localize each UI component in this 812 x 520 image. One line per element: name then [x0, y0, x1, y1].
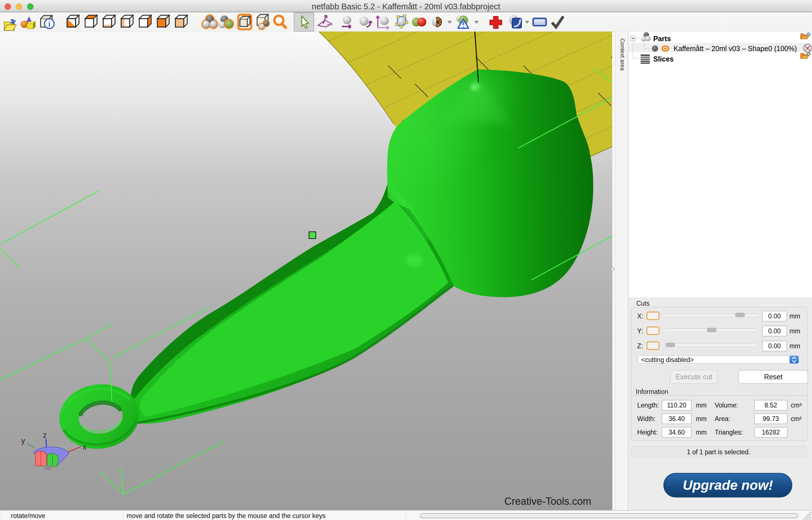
svg-text:Slices: Slices [653, 55, 674, 63]
svg-text:y: y [21, 437, 25, 445]
svg-text:Parts: Parts [653, 35, 671, 43]
svg-text:z: z [43, 431, 47, 439]
svg-text:Kaffemått – 20ml v03 – Shape0: Kaffemått – 20ml v03 – Shape0 (100%) [674, 45, 797, 52]
svg-text:Creative-Tools.com: Creative-Tools.com [504, 495, 591, 507]
svg-text:x: x [83, 443, 86, 451]
svg-text:i: i [48, 20, 50, 28]
